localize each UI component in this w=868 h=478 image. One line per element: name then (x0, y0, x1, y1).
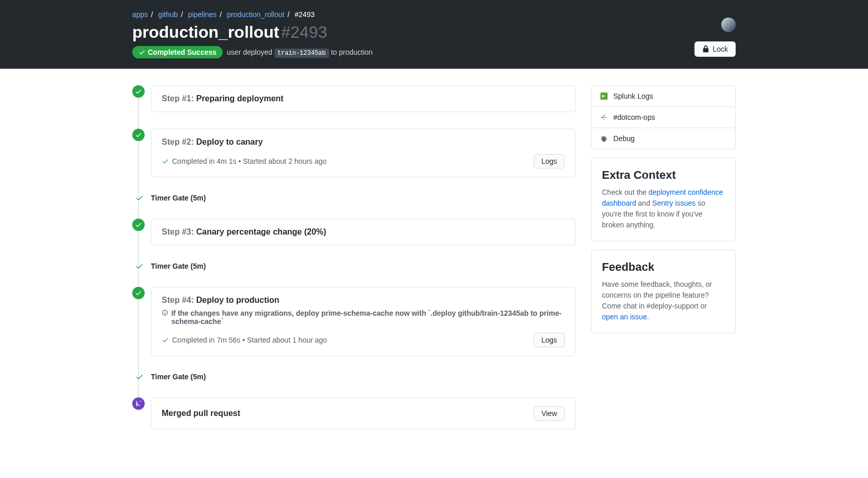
svg-rect-4 (603, 118, 605, 120)
step-label: Step #3: (162, 227, 194, 236)
check-icon (135, 373, 144, 381)
timer-gate: Timer Gate (5m) (151, 373, 576, 381)
lock-button[interactable]: Lock (694, 41, 736, 57)
splunk-logs-link[interactable]: Splunk Logs (592, 86, 735, 107)
status-text: user deployed train-12345ab to productio… (227, 48, 373, 57)
step-card: Step #1: Preparing deployment (151, 85, 576, 112)
check-icon (162, 158, 169, 165)
step-title: Canary percentage change (20%) (196, 227, 327, 236)
step-card: Step #2: Deploy to canary Completed in 4… (151, 129, 576, 177)
svg-rect-1 (601, 117, 603, 118)
check-icon (138, 49, 146, 56)
breadcrumb-current: #2493 (295, 10, 315, 19)
svg-rect-3 (603, 115, 605, 117)
step-card: Step #4: Deploy to production If the cha… (151, 287, 576, 356)
step-card: Step #3: Canary percentage change (20%) (151, 219, 576, 245)
lock-icon (702, 45, 709, 53)
check-icon (135, 194, 144, 202)
check-icon (162, 336, 169, 344)
merged-icon (132, 397, 145, 410)
step-label: Step #2: (162, 137, 194, 146)
breadcrumb-link[interactable]: github (158, 10, 178, 19)
step-title: Deploy to canary (196, 137, 263, 146)
commit-sha: train-12345ab (274, 49, 329, 58)
page-title-id: #2493 (281, 23, 327, 41)
info-icon (162, 309, 168, 316)
step-status-icon (132, 85, 145, 98)
step-label: Step #1: (162, 94, 194, 103)
open-issue-link[interactable]: open an issue (602, 313, 647, 321)
step-status-icon (132, 129, 145, 141)
logs-button[interactable]: Logs (534, 333, 565, 347)
check-icon (135, 221, 142, 228)
merged-title: Merged pull request (162, 409, 240, 418)
breadcrumb-link[interactable]: apps (132, 10, 148, 19)
step-title: Preparing deployment (196, 94, 284, 103)
merged-card: Merged pull request View (151, 397, 576, 429)
debug-link[interactable]: Debug (592, 128, 735, 149)
extra-context-section: Extra Context Check out the deployment c… (592, 158, 735, 241)
status-badge: Completed Success (132, 46, 223, 58)
svg-rect-2 (605, 117, 607, 118)
step-status-icon (132, 287, 145, 299)
breadcrumb: apps/ github/ pipelines/ production_roll… (132, 10, 736, 19)
step-meta: Completed in 7m 56s • Started about 1 ho… (162, 336, 327, 344)
feedback-heading: Feedback (602, 260, 725, 274)
slack-channel-link[interactable]: #dotcom-ops (592, 107, 735, 128)
git-merge-icon (135, 400, 142, 407)
slack-icon (600, 113, 608, 121)
check-icon (135, 131, 142, 138)
timer-gate: Timer Gate (5m) (151, 262, 576, 270)
extra-context-heading: Extra Context (602, 168, 725, 182)
timer-gate: Timer Gate (5m) (151, 194, 576, 202)
splunk-icon (600, 92, 608, 100)
feedback-section: Feedback Have some feedback, thoughts, o… (592, 250, 735, 333)
view-button[interactable]: View (534, 406, 565, 421)
user-avatar[interactable] (721, 18, 736, 32)
migration-note: If the changes have any migrations, depl… (162, 309, 565, 326)
step-label: Step #4: (162, 296, 194, 304)
step-title: Deploy to production (196, 296, 280, 304)
bug-icon (600, 134, 608, 143)
check-icon (135, 262, 144, 270)
sentry-issues-link[interactable]: Sentry issues (652, 199, 695, 207)
sidebar-links-card: Splunk Logs #dotcom-ops Debug (591, 85, 736, 149)
check-icon (135, 289, 142, 297)
breadcrumb-link[interactable]: pipelines (188, 10, 216, 19)
page-title: production_rollout (132, 23, 279, 41)
check-icon (135, 88, 142, 95)
breadcrumb-link[interactable]: production_rollout (227, 10, 284, 19)
logs-button[interactable]: Logs (534, 154, 565, 168)
step-status-icon (132, 219, 145, 231)
step-meta: Completed in 4m 1s • Started about 2 hou… (162, 157, 327, 165)
